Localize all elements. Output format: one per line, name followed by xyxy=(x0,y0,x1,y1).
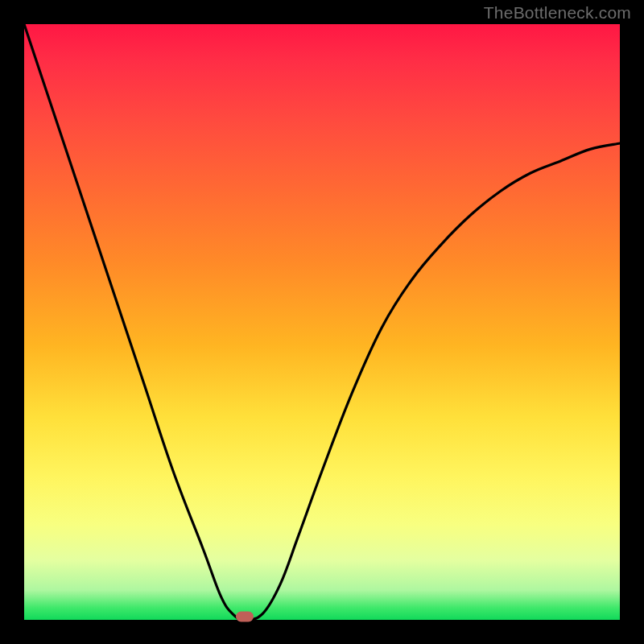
plot-area xyxy=(24,24,620,620)
curve-svg xyxy=(24,24,620,620)
bottleneck-curve xyxy=(24,24,620,620)
watermark-text: TheBottleneck.com xyxy=(484,3,631,23)
optimal-point-marker xyxy=(236,612,254,622)
chart-frame: TheBottleneck.com xyxy=(0,0,644,644)
